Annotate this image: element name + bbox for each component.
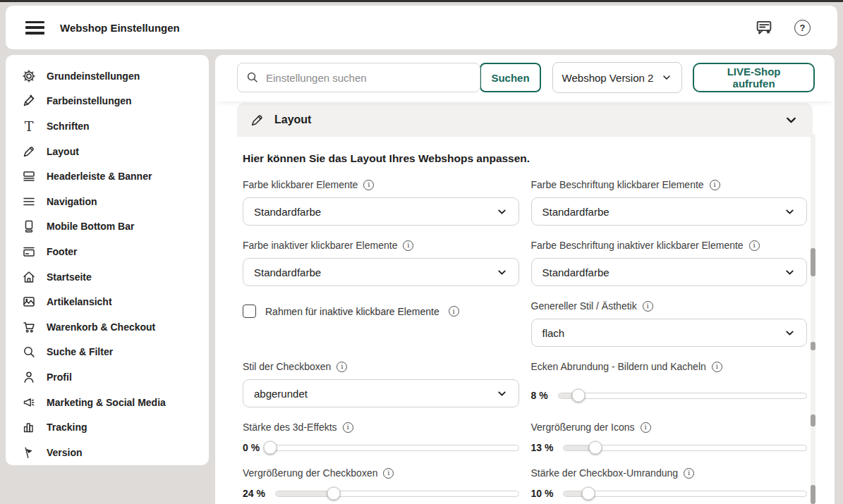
select-value: Standardfarbe (254, 266, 321, 278)
sidebar-item-headerleiste-banner[interactable]: Headerleiste & Banner (6, 164, 209, 189)
sidebar-item-profil[interactable]: Profil (6, 364, 209, 390)
scrollbar-thumb[interactable] (811, 342, 815, 350)
sidebar-item-label: Schriften (47, 121, 90, 132)
sidebar-item-layout[interactable]: Layout (6, 139, 209, 164)
vergroesserung-checkboxen-slider[interactable] (275, 491, 519, 497)
field-checkbox-umrandung: Stärke der Checkbox-Umrandungi 10 % (531, 467, 808, 499)
sidebar-item-mobile-bottom-bar[interactable]: Mobile Bottom Bar (6, 214, 209, 240)
stil-checkboxen-select[interactable]: abgerundet (243, 379, 519, 407)
effekt-3d-slider[interactable] (269, 445, 518, 451)
checkbox-umrandung-slider[interactable] (563, 491, 807, 497)
chevron-down-icon[interactable] (784, 113, 799, 128)
scrollbar-thumb[interactable] (811, 485, 815, 504)
chevron-down-icon (784, 266, 796, 278)
scrollbar-thumb[interactable] (811, 414, 815, 426)
rahmen-inaktiv-checkbox[interactable] (243, 305, 256, 318)
brush-icon (22, 94, 36, 108)
inner-scrollbar[interactable] (811, 134, 815, 504)
sidebar-item-label: Marketing & Social Media (47, 397, 166, 408)
search-button[interactable]: Suchen (480, 63, 540, 92)
settings-search-input[interactable] (237, 63, 480, 92)
select-value: Standardfarbe (254, 206, 321, 218)
sidebar-item-label: Version (47, 447, 83, 458)
sidebar-item-label: Artikelansicht (47, 296, 112, 307)
live-shop-button[interactable]: LIVE-Shop aufrufen (693, 63, 815, 92)
slider-value: 8 % (531, 390, 548, 401)
topbar-icons: ? (755, 18, 811, 37)
search-field-wrap (237, 63, 480, 92)
sidebar-item-label: Warenkorb & Checkout (47, 321, 155, 333)
slider-thumb[interactable] (589, 441, 602, 455)
section-intro-text: Hier können Sie das Layout Ihres Webshop… (243, 152, 807, 165)
info-icon[interactable]: i (710, 180, 720, 190)
sidebar-item-version[interactable]: Version (6, 440, 209, 465)
hamburger-menu-icon[interactable] (25, 21, 44, 35)
farbe-beschriftung-inaktiv-select[interactable]: Standardfarbe (531, 258, 808, 286)
slider-thumb[interactable] (327, 487, 341, 500)
info-icon[interactable]: i (343, 422, 353, 433)
select-value: Standardfarbe (542, 206, 609, 218)
field-label: Farbe inaktiver klickbarer Elemente (243, 240, 397, 251)
sidebar-item-footer[interactable]: Footer (6, 239, 209, 264)
farbe-inaktiv-select[interactable]: Standardfarbe (243, 258, 519, 286)
sidebar-item-label: Navigation (47, 196, 97, 207)
cart-icon (22, 320, 36, 334)
help-icon[interactable]: ? (794, 20, 811, 36)
field-label: Farbe Beschriftung klickbarer Elemente (531, 179, 704, 190)
ecken-abrundung-slider[interactable] (558, 393, 807, 399)
chevron-down-icon (784, 327, 796, 339)
slider-thumb[interactable] (581, 487, 595, 500)
field-label: Stärke der Checkbox-Umrandung (531, 467, 679, 479)
info-icon[interactable]: i (449, 306, 459, 316)
pencil-icon (22, 145, 36, 159)
slider-thumb[interactable] (571, 389, 585, 402)
feedback-review-icon[interactable] (755, 18, 773, 37)
select-value: Standardfarbe (542, 266, 609, 278)
bar-chart-icon (22, 420, 36, 434)
sidebar-item-marketing-social[interactable]: Marketing & Social Media (6, 390, 209, 415)
slider-thumb[interactable] (264, 441, 277, 455)
chevron-down-icon (661, 72, 672, 83)
home-icon (22, 270, 36, 284)
vergroesserung-icons-slider[interactable] (563, 445, 807, 451)
field-label: Farbe Beschriftung inaktiver klickbarer … (531, 240, 744, 251)
info-icon[interactable]: i (383, 468, 394, 479)
info-icon[interactable]: i (749, 240, 760, 251)
field-vergroesserung-checkboxen: Vergrößerung der Checkboxeni 24 % (243, 467, 519, 499)
sidebar-item-label: Suche & Filter (47, 346, 113, 357)
chevron-down-icon (784, 206, 796, 218)
sidebar-item-label: Tracking (47, 422, 87, 433)
sidebar-item-schriften[interactable]: T Schriften (6, 113, 209, 139)
sidebar-item-artikelansicht[interactable]: Artikelansicht (6, 289, 209, 314)
sidebar-item-grundeinstellungen[interactable]: Grundeinstellungen (6, 63, 209, 89)
info-icon[interactable]: i (643, 301, 653, 312)
farbe-klickbar-select[interactable]: Standardfarbe (243, 197, 519, 226)
field-farbe-beschriftung-klickbar: Farbe Beschriftung klickbarer Elementei … (531, 179, 808, 226)
sidebar-item-label: Footer (47, 246, 78, 257)
sidebar-item-farbeinstellungen[interactable]: Farbeinstellungen (6, 89, 209, 114)
sidebar-item-navigation[interactable]: Navigation (6, 189, 209, 214)
content-row: Grundeinstellungen Farbeinstellungen T S… (6, 55, 835, 504)
search-icon (22, 345, 36, 359)
layout-section-header[interactable]: Layout (237, 103, 813, 137)
slider-value: 13 % (531, 442, 554, 453)
field-farbe-inaktiv: Farbe inaktiver klickbarer Elementei Sta… (243, 240, 519, 286)
info-icon[interactable]: i (336, 362, 347, 372)
info-icon[interactable]: i (363, 180, 374, 190)
field-stil-checkboxen: Stil der Checkboxeni abgerundet (243, 361, 519, 407)
sidebar-item-tracking[interactable]: Tracking (6, 414, 209, 440)
section-title: Layout (274, 113, 311, 126)
info-icon[interactable]: i (684, 468, 694, 479)
sidebar-item-label: Headerleiste & Banner (47, 171, 152, 182)
sidebar-item-startseite[interactable]: Startseite (6, 264, 209, 290)
info-icon[interactable]: i (403, 240, 413, 251)
scrollbar-thumb[interactable] (811, 248, 815, 276)
info-icon[interactable]: i (641, 422, 651, 433)
sidebar-item-suche-filter[interactable]: Suche & Filter (6, 340, 209, 365)
sidebar-item-warenkorb-checkout[interactable]: Warenkorb & Checkout (6, 314, 209, 340)
webshop-version-select[interactable]: Webshop Version 2 (552, 62, 683, 93)
field-label: Genereller Stil / Ästhetik (531, 300, 637, 312)
info-icon[interactable]: i (712, 362, 722, 372)
farbe-beschriftung-klickbar-select[interactable]: Standardfarbe (531, 197, 808, 226)
genereller-stil-select[interactable]: flach (531, 319, 808, 347)
